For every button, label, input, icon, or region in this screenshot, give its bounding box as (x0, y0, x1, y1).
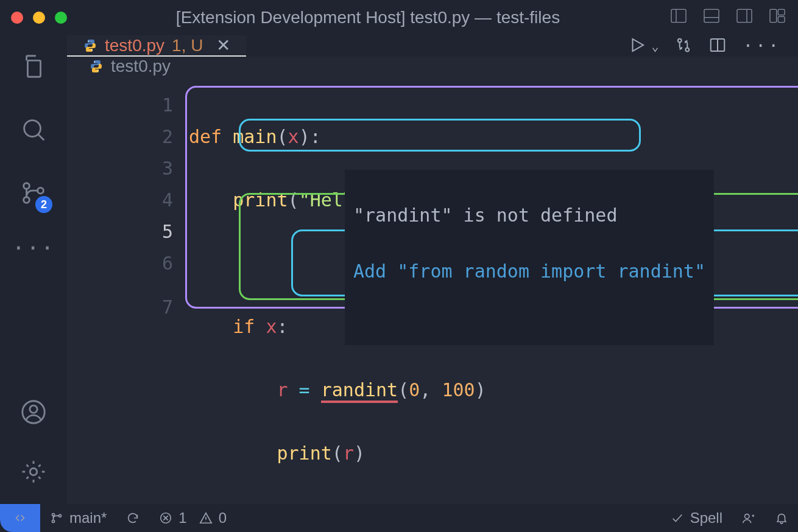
svg-point-25 (97, 71, 99, 72)
line-gutter: 1 2 3 4 5 6 7 (67, 85, 189, 532)
svg-point-21 (686, 47, 690, 51)
accounts-icon[interactable] (19, 398, 48, 429)
remote-button[interactable] (0, 504, 40, 532)
close-window-button[interactable] (11, 12, 23, 24)
close-tab-icon[interactable]: ✕ (216, 35, 230, 55)
svg-point-11 (24, 183, 30, 189)
tab-modifiers: 1, U (172, 36, 203, 55)
svg-point-28 (58, 514, 61, 517)
tab-bar: test0.py 1, U ✕ ⌄ ··· (67, 35, 798, 57)
title-bar: [Extension Development Host] test0.py — … (0, 0, 798, 35)
breadcrumb[interactable]: test0.py (67, 57, 798, 76)
search-icon[interactable] (19, 116, 48, 146)
svg-marker-19 (633, 39, 644, 51)
svg-point-9 (24, 121, 41, 137)
activity-bar: 2 ··· (0, 35, 67, 504)
svg-point-20 (678, 38, 682, 42)
svg-rect-4 (737, 9, 752, 22)
hover-quickfix[interactable]: Add "from random import randint" (353, 257, 705, 285)
svg-point-12 (24, 197, 30, 203)
svg-point-15 (30, 405, 37, 413)
python-file-icon (83, 38, 97, 53)
hover-message: "randint" is not defined (353, 201, 705, 229)
svg-rect-2 (704, 9, 719, 22)
maximize-window-button[interactable] (55, 12, 67, 24)
explorer-icon[interactable] (19, 52, 48, 83)
svg-rect-8 (778, 16, 785, 22)
more-actions-icon[interactable]: ··· (743, 36, 781, 56)
toggle-panel-bottom-icon[interactable] (702, 6, 721, 29)
window-title: [Extension Development Host] test0.py — … (67, 8, 669, 27)
compare-changes-icon[interactable] (674, 36, 693, 57)
customize-layout-icon[interactable] (768, 6, 787, 29)
run-dropdown-icon[interactable]: ⌄ (651, 39, 659, 54)
svg-point-18 (91, 49, 93, 51)
svg-point-24 (94, 61, 95, 63)
tab-test0[interactable]: test0.py 1, U ✕ (67, 35, 246, 57)
svg-point-27 (52, 520, 54, 522)
code-editor[interactable]: 1 2 3 4 5 6 7 def main(x): print("Hello … (67, 76, 798, 532)
svg-point-26 (52, 513, 54, 516)
tab-filename: test0.py (105, 36, 164, 55)
run-button[interactable] (628, 36, 646, 57)
additional-views-icon[interactable]: ··· (12, 242, 55, 254)
minimize-window-button[interactable] (33, 12, 45, 24)
toggle-panel-left-icon[interactable] (669, 6, 688, 29)
source-control-icon[interactable]: 2 (19, 179, 48, 209)
python-file-icon (89, 59, 104, 74)
svg-rect-6 (770, 9, 777, 22)
code-content[interactable]: def main(x): print("Hello Lilypad!") if … (189, 85, 798, 532)
scm-badge: 2 (35, 196, 52, 213)
svg-point-17 (88, 40, 89, 41)
svg-rect-7 (778, 9, 785, 15)
split-editor-icon[interactable] (708, 36, 727, 57)
diagnostic-hover: "randint" is not defined Add "from rando… (345, 170, 714, 345)
breadcrumb-label: test0.py (111, 57, 171, 76)
svg-point-13 (38, 187, 44, 194)
toggle-panel-right-icon[interactable] (735, 6, 754, 29)
svg-line-10 (38, 135, 44, 141)
svg-rect-0 (671, 9, 686, 22)
settings-gear-icon[interactable] (19, 458, 48, 488)
svg-point-16 (30, 468, 37, 475)
